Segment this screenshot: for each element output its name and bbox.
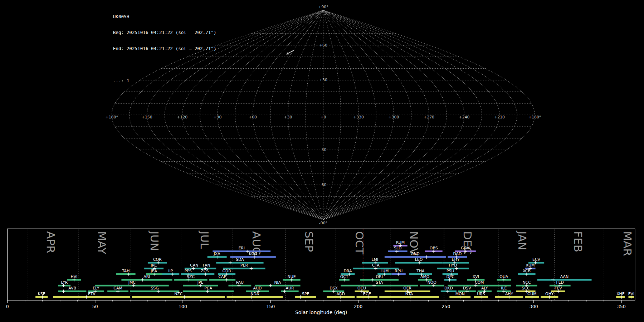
shower-label-LEO: LEO	[415, 257, 423, 262]
shower-label-FAN: FAN	[203, 263, 210, 268]
shower-label-SLD: SLD	[394, 246, 401, 250]
month-label: SEP	[303, 231, 316, 252]
shower-label-AVB: AVB	[68, 286, 76, 291]
shower-label-LMI: LMI	[372, 257, 379, 262]
sky-lon-label: +300	[389, 115, 399, 119]
shower-label-LYR: LYR	[61, 280, 68, 285]
shower-label-ECV: ECV	[532, 257, 540, 262]
shower-label-JXA: JXA	[214, 252, 221, 256]
x-axis-tick-label: 0	[6, 304, 9, 309]
shower-bar-ETA	[53, 296, 130, 298]
shower-label-DKD: DKD	[444, 286, 453, 291]
shower-label-NTA: NTA	[405, 292, 413, 296]
sky-lon-label: +240	[459, 115, 470, 119]
shower-label-ORI: ORI	[376, 274, 383, 279]
shower-bar-NZC	[132, 296, 225, 298]
shower-label-EHY: EHY	[452, 257, 460, 262]
month-label: APR	[44, 231, 57, 253]
shower-bar-SDA	[216, 262, 263, 264]
shower-bar-SPE	[295, 296, 316, 298]
shower-label-SDA: SDA	[236, 257, 244, 262]
shower-label-CAP: CAP	[219, 274, 226, 279]
sky-lat-label: -30	[320, 147, 327, 152]
shower-peak-marker-SDA	[229, 261, 232, 264]
shower-bar-NOO	[420, 285, 444, 287]
sky-lon-label: +0	[320, 115, 326, 119]
sky-lon-label: +60	[249, 115, 257, 119]
shower-peak-marker-STA	[372, 284, 376, 287]
shower-label-XHE: XHE	[616, 292, 625, 296]
sky-lat-label: +60	[319, 43, 327, 48]
month-label: JUN	[148, 230, 161, 251]
shower-label-AUD: AUD	[253, 286, 262, 291]
sky-lon-label: +180°	[106, 115, 118, 119]
month-label: MAR	[621, 231, 634, 256]
shower-peak-marker-AVB	[62, 290, 65, 293]
shower-label-COM: COM	[475, 280, 484, 285]
shower-label-EGE: EGE	[363, 292, 371, 296]
shower-label-THA: THA	[416, 269, 425, 273]
sky-lon-label: +90	[213, 115, 221, 119]
month-label: MAY	[96, 231, 108, 254]
shower-label-AUR: AUR	[286, 286, 294, 291]
shower-label-PSU: PSU	[447, 269, 454, 273]
month-label: FEB	[572, 231, 585, 252]
shower-label-ZCS: ZCS	[201, 269, 209, 273]
sky-lon-label: +330	[353, 115, 364, 119]
shower-label-ARI: ARI	[143, 274, 150, 279]
shower-label-PER: PER	[240, 263, 248, 268]
shower-label-SSG: SSG	[151, 286, 158, 291]
shower-label-STA: STA	[376, 280, 383, 285]
sky-and-activity-plot: +180°+150+120+90+60+30+0+330+300+270+240…	[0, 0, 644, 322]
station-id: UK005H	[113, 14, 227, 19]
shower-peak-marker-PER	[250, 267, 253, 270]
shower-label-JRC: JRC	[150, 263, 157, 268]
shower-label-ELY: ELY	[93, 286, 99, 291]
shower-label-AMO: AMO	[420, 274, 429, 279]
month-label: OCT	[353, 231, 366, 255]
shower-peak-marker-AND	[425, 255, 428, 259]
activity-timeline: APRMAYJUNJULAUGSEPOCTNOVDECJANFEBMARKUME…	[6, 229, 635, 315]
shower-label-AAN: AAN	[560, 274, 569, 279]
sky-lon-label: +150	[142, 115, 152, 119]
shower-label-SCC: SCC	[522, 286, 530, 291]
shower-bar-AAN	[537, 279, 591, 281]
sky-lon-label: +120	[177, 115, 187, 119]
shower-peak-marker-NIA	[269, 284, 272, 287]
shower-peak-marker-ETA	[85, 295, 88, 298]
sky-lon-label: +30	[284, 115, 292, 119]
shower-peak-marker-ORI	[371, 278, 374, 282]
shower-bar-NDA	[227, 296, 283, 298]
month-label: JAN	[516, 230, 529, 250]
sky-lon-label: +180°	[528, 115, 541, 119]
x-axis-tick-label: 250	[441, 304, 450, 309]
shower-label-PAU: PAU	[236, 280, 244, 285]
separator-line: ----------------------------------------…	[113, 62, 227, 67]
shower-label-DPC: DPC	[446, 274, 454, 279]
begin-time-line: Beg: 20251016 04:21:22 (sol = 202.71°)	[113, 30, 227, 35]
shower-label-HYD: HYD	[449, 263, 457, 268]
info-block: UK005H Beg: 20251016 04:21:22 (sol = 202…	[113, 3, 227, 94]
x-axis-tick-label: 50	[92, 304, 98, 309]
month-label: JUL	[198, 230, 211, 249]
sky-lat-label: +30	[319, 78, 327, 82]
shower-bar-SSG	[130, 291, 179, 292]
plot-canvas: UK005H Beg: 20251016 04:21:22 (sol = 202…	[0, 0, 644, 322]
shower-label-NIA: NIA	[274, 280, 281, 285]
shower-label-PCA: PCA	[204, 286, 212, 291]
shower-peak-marker-AAN	[551, 278, 555, 282]
shower-label-NDA: NDA	[250, 292, 259, 296]
meteor-count-line: ...: 1	[113, 78, 227, 83]
x-axis-tick-label: 350	[617, 304, 626, 309]
x-axis-title: Solar longitude (deg)	[295, 309, 347, 315]
shower-bar-NTA	[379, 296, 439, 298]
shower-label-AND: AND	[411, 252, 420, 256]
shower-bar-IIP	[162, 273, 179, 275]
sky-lon-label: +210	[494, 115, 505, 119]
shower-label-CAN: CAN	[190, 263, 198, 268]
sky-lat-label: +90°	[318, 5, 328, 9]
shower-peak-marker-SPE	[299, 295, 302, 298]
shower-label-DRA: DRA	[343, 269, 352, 273]
shower-bar-TAH	[116, 273, 136, 275]
shower-bar-ERI	[213, 250, 270, 252]
